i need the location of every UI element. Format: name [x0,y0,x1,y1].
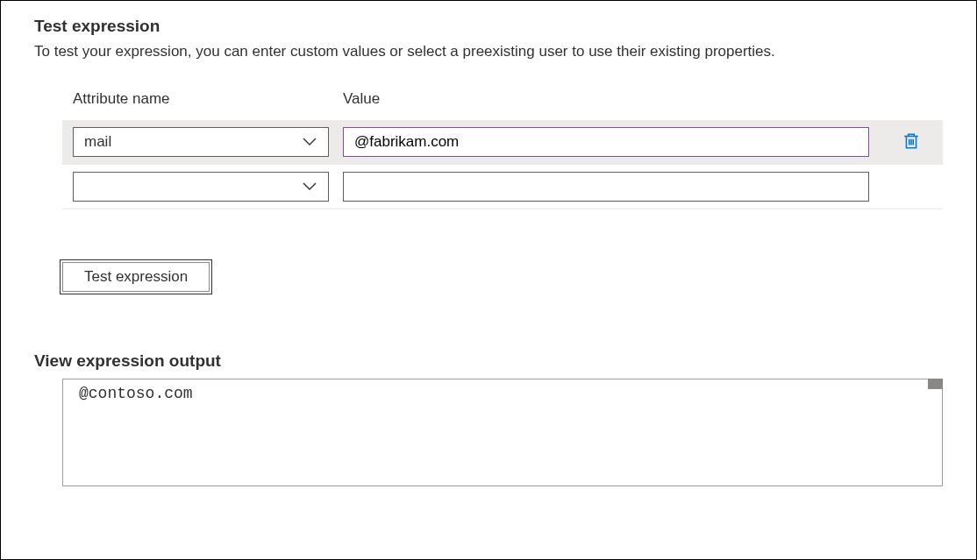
test-expression-button[interactable]: Test expression [62,262,210,292]
column-header-value: Value [339,90,880,108]
page-description: To test your expression, you can enter c… [34,43,943,60]
test-expression-panel: Test expression To test your expression,… [0,0,977,560]
scrollbar-cap [928,379,943,389]
column-header-attribute: Attribute name [62,90,339,108]
attribute-dropdown[interactable] [73,172,329,202]
actions-cell [880,129,943,156]
delete-row-button[interactable] [900,129,923,156]
output-section: View expression output @contoso.com [34,351,943,486]
dropdown-selected-text: mail [84,133,302,151]
attribute-dropdown[interactable]: mail [73,127,329,157]
value-cell [339,172,880,202]
attribute-cell [62,172,339,202]
page-title: Test expression [34,17,943,36]
chevron-down-icon [302,179,317,195]
table-row: mail [62,120,943,165]
attribute-cell: mail [62,127,339,157]
button-row: Test expression [62,262,943,292]
output-text: @contoso.com [79,385,193,402]
attribute-table: Attribute name Value mail [62,90,943,209]
value-input[interactable] [343,127,869,157]
value-cell [339,127,880,157]
chevron-down-icon [302,134,317,150]
table-row [62,165,943,209]
expression-output[interactable]: @contoso.com [62,379,943,486]
output-title: View expression output [34,351,943,371]
column-header-actions [880,90,943,108]
trash-icon [903,132,919,152]
table-header-row: Attribute name Value [62,90,943,120]
value-input[interactable] [343,172,869,202]
